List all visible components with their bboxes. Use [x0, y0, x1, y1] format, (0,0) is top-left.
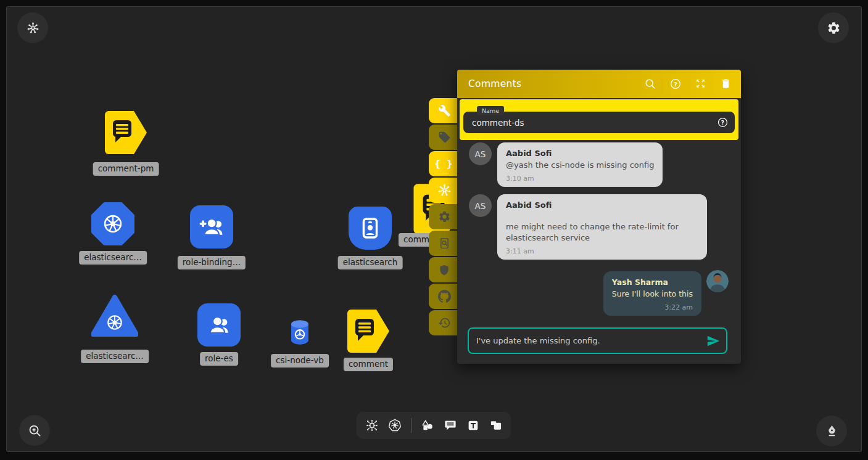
node-comment-pm[interactable] [104, 110, 148, 155]
config-braces-button[interactable]: { } [429, 151, 460, 176]
message-author: Aabid Sofi [506, 200, 698, 210]
help-icon[interactable] [669, 78, 682, 90]
text-icon[interactable] [466, 419, 480, 432]
cylinder-kubernetes-icon [291, 320, 308, 344]
avatar-initials: AS [469, 142, 492, 165]
github-button[interactable] [429, 284, 460, 309]
avatar-initials: AS [469, 194, 492, 217]
message-text: me might need to change the rate-limit f… [506, 221, 698, 244]
pen-nib-icon [824, 424, 840, 439]
search-icon[interactable] [644, 78, 656, 90]
comment-input[interactable] [469, 336, 706, 345]
image-icon[interactable] [489, 419, 503, 432]
braces-icon: { } [434, 158, 455, 170]
chat-message: Aabid Sofi me might need to change the r… [497, 194, 707, 260]
node-elasticsearch-serviceaccount[interactable] [349, 207, 392, 250]
comments-panel: Comments Name AS Aabid Sofi @yash the cs… [457, 70, 741, 364]
tag-icon [438, 131, 451, 144]
message-time: 3:22 am [612, 303, 693, 311]
history-icon [438, 316, 451, 329]
expand-icon[interactable] [695, 78, 707, 90]
message-author: Yash Sharma [612, 277, 693, 287]
node-label-role-binding[interactable]: role-binding… [178, 256, 246, 269]
node-label-elasticsearch-triangle[interactable]: elasticsearc… [81, 350, 149, 363]
name-field-label: Name [477, 106, 504, 115]
wrench-icon [438, 104, 451, 117]
comment-icon [105, 111, 147, 154]
gear-icon [438, 210, 451, 223]
node-elasticsearch-octagon[interactable] [91, 202, 134, 245]
github-icon [438, 290, 451, 303]
send-icon[interactable] [706, 334, 720, 348]
comment-icon [347, 310, 389, 353]
message-time: 3:11 am [506, 247, 698, 255]
chat-message: Aabid Sofi @yash the csi-node is missing… [497, 142, 663, 187]
node-action-toolbar: { } [429, 98, 460, 337]
wrench-tool-button[interactable] [429, 98, 460, 123]
role-binding-icon [198, 213, 225, 240]
name-input[interactable] [463, 118, 717, 128]
meshery-designer-app: comment-pm elasticsearc… role-binding… e… [0, 0, 868, 460]
node-role-es[interactable] [197, 303, 241, 347]
shapes-icon[interactable] [421, 419, 434, 432]
comment-composer [468, 327, 727, 354]
tag-button[interactable] [429, 125, 460, 150]
doc-search-icon [438, 237, 451, 250]
chat-message: Yash Sharma Sure I'll look into this 3:2… [603, 271, 701, 316]
shape-palette-toolbar [357, 412, 511, 439]
node-label-elasticsearch[interactable]: elasticsearch [338, 256, 403, 269]
message-author: Aabid Sofi [506, 148, 654, 158]
help-icon[interactable] [717, 117, 729, 128]
role-icon [205, 311, 233, 339]
message-text: @yash the csi-node is missing config [506, 160, 654, 171]
shield-icon [438, 264, 450, 276]
service-account-badge-icon [356, 214, 384, 242]
design-pen-button[interactable] [816, 416, 847, 446]
settings-gear-icon [827, 21, 841, 35]
name-field-wrap: Name [463, 112, 735, 133]
trash-icon[interactable] [720, 78, 732, 90]
node-role-binding[interactable] [190, 205, 233, 248]
node-label-comment-pm[interactable]: comment-pm [93, 162, 159, 176]
settings-button-node[interactable] [429, 204, 460, 229]
user-photo [706, 270, 729, 292]
history-button[interactable] [429, 310, 460, 335]
comments-panel-header[interactable]: Comments [457, 70, 741, 98]
avatar-photo [706, 270, 729, 292]
node-label-comment[interactable]: comment [344, 358, 393, 371]
node-label-elasticsearch-octagon[interactable]: elasticsearc… [79, 251, 147, 265]
kubernetes-icon [437, 183, 452, 197]
message-time: 3:10 am [506, 175, 654, 183]
settings-button[interactable] [818, 12, 849, 43]
flowchart-icon[interactable] [365, 419, 379, 432]
security-button[interactable] [429, 257, 460, 282]
zoom-button[interactable] [19, 415, 50, 446]
node-label-role-es[interactable]: role-es [200, 352, 238, 366]
kubernetes-icon [27, 22, 39, 35]
panel-title: Comments [468, 78, 521, 89]
node-csi-node-vb[interactable] [287, 318, 312, 347]
node-label-csi-node-vb[interactable]: csi-node-vb [271, 354, 329, 368]
name-field-section: Name [460, 99, 738, 140]
kubernetes-context-button[interactable] [17, 12, 48, 43]
kubernetes-button[interactable] [429, 178, 460, 203]
zoom-in-icon [28, 424, 42, 438]
kubernetes-icon[interactable] [388, 419, 402, 432]
node-elasticsearch-triangle[interactable] [91, 294, 138, 339]
node-comment[interactable] [346, 308, 391, 354]
message-text: Sure I'll look into this [612, 289, 693, 300]
toolbar-divider [411, 418, 411, 433]
comment-icon[interactable] [444, 419, 457, 432]
inspect-doc-button[interactable] [429, 231, 460, 256]
